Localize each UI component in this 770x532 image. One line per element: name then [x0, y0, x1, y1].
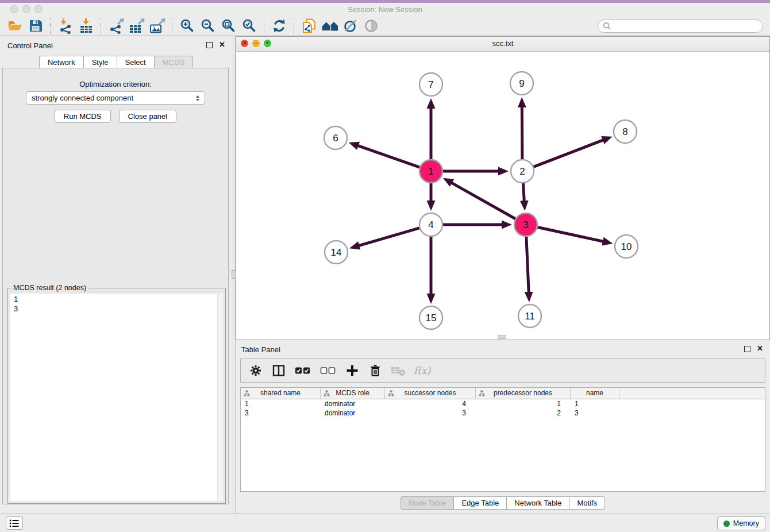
zoom-in-button[interactable]: [177, 17, 198, 34]
tab-motifs[interactable]: Motifs: [569, 496, 605, 510]
column-header-predecessor-nodes[interactable]: predecessor nodes: [476, 388, 571, 399]
clone-network-button[interactable]: [299, 17, 319, 34]
graph-node-label: 11: [525, 311, 535, 322]
table-cell[interactable]: 1: [241, 399, 321, 408]
minimize-window-button[interactable]: [22, 5, 30, 13]
task-list-icon: [8, 518, 21, 529]
column-header-mcds-role[interactable]: MCDS role: [321, 388, 385, 399]
tab-mcds[interactable]: MCDS: [154, 56, 193, 69]
mcds-result-area[interactable]: 1 3: [10, 294, 223, 501]
graph-edge-2-3[interactable]: [523, 183, 524, 202]
run-mcds-button[interactable]: Run MCDS: [55, 110, 111, 123]
float-table-panel-icon[interactable]: [744, 346, 750, 352]
graph-node-4[interactable]: 4: [419, 213, 442, 236]
select-all-columns-button[interactable]: [294, 363, 311, 379]
zoom-selected-button[interactable]: [239, 17, 260, 34]
table-cell[interactable]: 3: [241, 408, 321, 418]
optimization-criterion-select[interactable]: strongly connected component: [26, 91, 205, 105]
graph-node-8[interactable]: 8: [614, 120, 637, 143]
graph-edge-2-8[interactable]: [534, 140, 604, 167]
eye-icon: [364, 18, 379, 33]
close-window-button[interactable]: [10, 5, 18, 13]
tab-network[interactable]: Network: [39, 56, 83, 69]
table-row[interactable]: 1dominator411: [241, 399, 765, 408]
add-column-button[interactable]: [345, 363, 360, 379]
show-style-button[interactable]: [340, 17, 361, 34]
graph-node-7[interactable]: 7: [419, 73, 442, 96]
function-builder-button[interactable]: f(x): [414, 365, 430, 376]
graph-node-3[interactable]: 3: [514, 213, 537, 236]
graph-edge-2-9[interactable]: [522, 106, 522, 159]
network-minimize-button[interactable]: [252, 40, 260, 47]
network-window-titlebar[interactable]: scc.txt: [236, 37, 769, 52]
tab-network-table[interactable]: Network Table: [506, 496, 569, 510]
graph-edge-1-6[interactable]: [357, 145, 419, 167]
graph-edge-3-1[interactable]: [451, 183, 515, 219]
tab-select[interactable]: Select: [117, 56, 154, 69]
close-table-panel-icon[interactable]: [757, 345, 763, 352]
close-panel-button[interactable]: Close panel: [119, 110, 177, 123]
table-cell[interactable]: 3: [385, 408, 476, 418]
export-network-button[interactable]: [106, 17, 126, 34]
apply-layout-button[interactable]: [269, 17, 290, 34]
task-history-button[interactable]: [6, 516, 23, 530]
table-cell[interactable]: 3: [571, 408, 619, 418]
search-input[interactable]: [611, 21, 758, 31]
tab-edge-table[interactable]: Edge Table: [453, 496, 506, 510]
graph-node-10[interactable]: 10: [615, 235, 638, 258]
network-maximize-button[interactable]: [264, 40, 271, 47]
graph-node-6[interactable]: 6: [324, 126, 347, 149]
toolbar-separator: [50, 18, 51, 34]
open-session-button[interactable]: [5, 17, 25, 34]
graph-node-14[interactable]: 14: [325, 241, 348, 264]
table-cell[interactable]: 1: [476, 399, 571, 408]
graph-edge-3-10[interactable]: [538, 228, 604, 242]
table-cell[interactable]: 4: [385, 399, 476, 408]
graph-node-15[interactable]: 15: [419, 306, 442, 329]
table-row[interactable]: 3dominator323: [241, 408, 765, 418]
mcds-result-text[interactable]: 1 3: [10, 294, 223, 314]
graph-node-2[interactable]: 2: [511, 160, 534, 183]
result-scrollbar[interactable]: [217, 294, 223, 501]
export-image-button[interactable]: [147, 17, 168, 34]
delete-table-button[interactable]: [391, 363, 406, 379]
table-cell[interactable]: dominator: [321, 399, 385, 408]
delete-column-button[interactable]: [368, 363, 383, 379]
close-panel-icon[interactable]: [219, 41, 225, 48]
graph-node-label: 14: [331, 247, 342, 258]
table-cell[interactable]: 2: [476, 408, 571, 418]
watch-network-button[interactable]: [361, 17, 382, 34]
graph-node-11[interactable]: 11: [518, 304, 541, 327]
unselect-all-columns-button[interactable]: [319, 363, 337, 379]
columns-icon: [272, 364, 286, 377]
network-close-button[interactable]: [241, 40, 248, 47]
zoom-fit-button[interactable]: [218, 17, 239, 34]
control-panel-title: Control Panel: [7, 41, 53, 50]
import-network-button[interactable]: [55, 17, 76, 34]
column-header-shared-name[interactable]: shared name: [241, 388, 321, 399]
memory-button[interactable]: Memory: [717, 516, 765, 530]
table-settings-button[interactable]: [248, 363, 263, 379]
mcds-result-group: MCDS result (2 nodes) 1 3: [7, 288, 226, 504]
table-cell[interactable]: dominator: [321, 408, 385, 418]
graph-edge-4-14[interactable]: [358, 228, 419, 246]
table-cell[interactable]: 1: [571, 399, 619, 408]
search-box[interactable]: [598, 20, 763, 33]
network-graph[interactable]: 7968124314101511: [236, 51, 769, 340]
tab-node-table[interactable]: Node Table: [401, 496, 454, 510]
first-neighbors-button[interactable]: [319, 17, 340, 34]
graph-node-9[interactable]: 9: [510, 72, 533, 95]
horizontal-splitter-grip[interactable]: [498, 335, 506, 339]
graph-edge-3-11[interactable]: [526, 237, 529, 293]
column-header-successor-nodes[interactable]: successor nodes: [385, 388, 476, 399]
float-panel-icon[interactable]: [206, 42, 213, 48]
zoom-window-button[interactable]: [34, 5, 43, 13]
graph-node-1[interactable]: 1: [419, 160, 442, 183]
save-session-button[interactable]: [25, 17, 46, 34]
export-table-button[interactable]: [126, 17, 147, 34]
column-header-name[interactable]: name: [571, 388, 619, 399]
tab-style[interactable]: Style: [83, 56, 117, 69]
show-columns-button[interactable]: [271, 363, 286, 379]
import-table-button[interactable]: [76, 17, 97, 34]
zoom-out-button[interactable]: [198, 17, 218, 34]
